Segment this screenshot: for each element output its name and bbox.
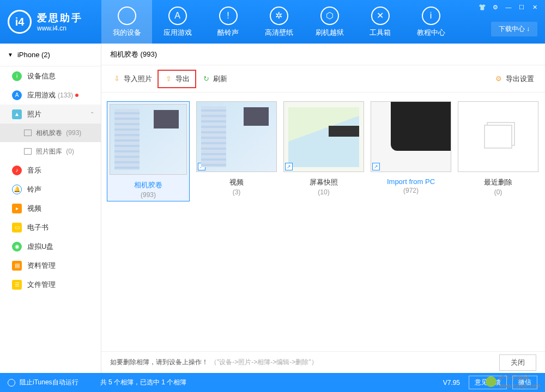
- minimize-button[interactable]: —: [502, 2, 514, 12]
- shortcut-icon: ↗: [285, 163, 293, 170]
- sidebar-item-video[interactable]: ▸视频: [0, 199, 101, 218]
- version-label: V7.95: [443, 379, 460, 387]
- box-icon: ⬡: [320, 7, 339, 25]
- import-photos-button[interactable]: ⇩导入照片: [107, 71, 158, 87]
- tab-my-device[interactable]: 我的设备: [101, 0, 152, 44]
- export-icon: ⇧: [164, 75, 173, 83]
- logo-icon: i4: [8, 10, 32, 34]
- sidebar-item-device-info[interactable]: i设备信息: [0, 66, 101, 85]
- chevron-up-icon: ⌃: [90, 111, 94, 117]
- apps-icon: A: [12, 90, 22, 100]
- delete-hint: 如要删除相簿，请到设备上操作！ （"设备->照片->相簿->编辑->删除"） 关…: [101, 351, 545, 373]
- tab-tutorials[interactable]: i教程中心: [405, 0, 456, 44]
- info-icon: i: [422, 7, 440, 25]
- files-icon: ☰: [12, 280, 22, 290]
- notification-dot-icon: [75, 94, 78, 97]
- album-thumbnail: ↗: [196, 101, 277, 172]
- folder-icon: [24, 130, 32, 136]
- tshirt-icon[interactable]: 👕: [476, 2, 488, 12]
- close-button[interactable]: ✕: [529, 2, 541, 12]
- sidebar-item-ringtones[interactable]: 🔔铃声: [0, 180, 101, 199]
- tab-ringtones[interactable]: !酷铃声: [203, 0, 253, 44]
- bell-icon: !: [219, 7, 238, 25]
- album-import-pc[interactable]: ↗ Import from PC (972): [371, 101, 451, 194]
- maximize-button[interactable]: ☐: [516, 2, 528, 12]
- album-thumbnail: [458, 101, 538, 172]
- sidebar-item-photos[interactable]: ▲照片⌃: [0, 105, 101, 124]
- album-videos[interactable]: ↗ 视频 (3): [196, 101, 277, 196]
- sidebar: ▼ iPhone (2) i设备信息 A应用游戏(133) ▲照片⌃ 相机胶卷 …: [0, 44, 101, 373]
- refresh-button[interactable]: ↻刷新: [196, 71, 233, 87]
- album-recently-deleted[interactable]: 最近删除 (0): [458, 101, 538, 196]
- album-gallery: 相机胶卷 (993) ↗ 视频 (3) ↗ 屏幕快照 (10) ↗ Import…: [101, 93, 545, 351]
- album-thumbnail: ↗: [283, 101, 364, 172]
- watermark-icon: [486, 376, 496, 387]
- close-panel-button[interactable]: 关闭: [499, 354, 536, 371]
- watermark: 铲子手游网www.czjxjc.com: [486, 374, 541, 389]
- tab-flash[interactable]: ⬡刷机越狱: [304, 0, 355, 44]
- book-icon: ▭: [12, 223, 22, 232]
- download-center-button[interactable]: 下载中心 ↓: [491, 22, 537, 36]
- shortcut-icon: ↗: [372, 163, 380, 170]
- block-itunes-toggle[interactable]: 阻止iTunes自动运行: [20, 378, 78, 387]
- gear-icon: ⚙: [494, 75, 503, 83]
- import-icon: ⇩: [112, 75, 121, 83]
- device-header[interactable]: ▼ iPhone (2): [0, 44, 101, 66]
- breadcrumb: 相机胶卷 (993): [101, 44, 545, 65]
- album-thumbnail: ↗: [371, 101, 451, 172]
- sidebar-item-apps[interactable]: A应用游戏(133): [0, 85, 101, 105]
- tab-apps[interactable]: A应用游戏: [152, 0, 203, 44]
- data-icon: ▤: [12, 261, 22, 271]
- wallpaper-icon: ✲: [270, 7, 288, 25]
- photos-icon: ▲: [12, 109, 22, 119]
- sidebar-item-music[interactable]: ♪音乐: [0, 161, 101, 180]
- settings-icon[interactable]: ⚙: [489, 2, 501, 12]
- album-screenshots[interactable]: ↗ 屏幕快照 (10): [283, 101, 364, 196]
- info-circle-icon: i: [12, 71, 22, 81]
- album-camera-roll[interactable]: 相机胶卷 (993): [107, 101, 190, 201]
- sidebar-item-udisk[interactable]: ◉虚拟U盘: [0, 237, 101, 256]
- sidebar-sub-library[interactable]: 照片图库 (0): [0, 142, 101, 161]
- folder-icon: [24, 148, 32, 155]
- appstore-icon: A: [168, 7, 187, 25]
- disk-icon: ◉: [12, 242, 22, 252]
- shortcut-icon: ↗: [198, 163, 205, 170]
- tools-icon: ✕: [371, 7, 390, 25]
- block-itunes-icon: [8, 379, 15, 387]
- video-icon: ▸: [12, 204, 22, 213]
- tab-toolbox[interactable]: ✕工具箱: [355, 0, 405, 44]
- refresh-icon: ↻: [202, 75, 210, 83]
- sidebar-item-ebook[interactable]: ▭电子书: [0, 218, 101, 237]
- bell-icon: 🔔: [12, 185, 22, 194]
- sidebar-sub-camera-roll[interactable]: 相机胶卷 (993): [0, 124, 101, 142]
- app-logo: i4 爱思助手 www.i4.cn: [0, 10, 101, 34]
- app-url: www.i4.cn: [37, 24, 83, 32]
- apple-icon: [118, 7, 136, 25]
- export-button[interactable]: ⇧导出: [158, 70, 196, 88]
- album-thumbnail: [110, 104, 187, 175]
- export-settings-button[interactable]: ⚙导出设置: [489, 71, 540, 87]
- music-icon: ♪: [12, 166, 22, 175]
- sidebar-item-data[interactable]: ▤资料管理: [0, 256, 101, 275]
- status-bar: 阻止iTunes自动运行 共 5 个相簿，已选中 1 个相簿 V7.95 意见反…: [0, 373, 545, 392]
- sidebar-item-files[interactable]: ☰文件管理: [0, 275, 101, 294]
- app-title: 爱思助手: [37, 11, 83, 24]
- tab-wallpapers[interactable]: ✲高清壁纸: [253, 0, 304, 44]
- status-summary: 共 5 个相簿，已选中 1 个相簿: [100, 378, 187, 387]
- chevron-down-icon: ▼: [8, 52, 13, 58]
